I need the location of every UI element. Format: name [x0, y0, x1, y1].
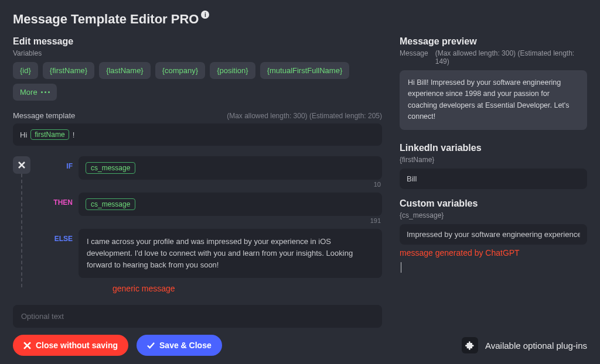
- edit-heading: Edit message: [13, 36, 382, 47]
- preview-text: Hi Bill! Impressed by your software engi…: [400, 70, 587, 130]
- ellipsis-icon: [41, 91, 50, 93]
- close-icon: [18, 162, 25, 169]
- preview-label: Message: [400, 49, 428, 57]
- greeting-prefix: Hi: [20, 131, 27, 139]
- if-keyword: IF: [40, 156, 73, 193]
- else-input[interactable]: I came across your profile and was impre…: [79, 229, 382, 278]
- then-keyword: THEN: [40, 193, 73, 229]
- variables-label: Variables: [13, 49, 382, 57]
- greeting-variable: firstName: [30, 129, 69, 140]
- optional-text-input[interactable]: Optional text: [13, 305, 382, 328]
- chip-position[interactable]: {position}: [210, 62, 255, 79]
- close-button-label: Close without saving: [36, 341, 118, 350]
- if-variable-token: cs_message: [86, 162, 135, 174]
- more-label: More: [20, 88, 38, 97]
- custom-csmessage-input[interactable]: [400, 224, 587, 245]
- linkedin-heading: LinkedIn variables: [400, 143, 587, 153]
- branch-line: [21, 174, 22, 287]
- preview-heading: Message preview: [400, 36, 587, 47]
- template-meta: (Max allowed length: 300) (Estimated len…: [227, 112, 382, 120]
- text-cursor: [401, 262, 401, 273]
- remove-branch-button[interactable]: [13, 156, 30, 174]
- if-count: 10: [79, 181, 381, 188]
- chip-company[interactable]: {company}: [155, 62, 205, 79]
- if-condition-input[interactable]: cs_message: [79, 156, 382, 180]
- linkedin-firstname-input[interactable]: [400, 169, 587, 189]
- chip-lastname[interactable]: {lastName}: [99, 62, 151, 79]
- then-input[interactable]: cs_message: [79, 193, 382, 216]
- template-greeting-input[interactable]: Hi firstName !: [13, 123, 382, 146]
- else-keyword: ELSE: [40, 229, 73, 293]
- close-icon: [23, 342, 31, 349]
- preview-meta: (Max allowed length: 300) (Estimated len…: [435, 49, 587, 66]
- chip-firstname[interactable]: {firstName}: [43, 62, 94, 79]
- save-button-label: Save & Close: [159, 341, 212, 350]
- custom-var-label: {cs_message}: [400, 211, 587, 219]
- chip-more[interactable]: More: [13, 84, 57, 101]
- generic-annotation: generic message: [79, 284, 382, 293]
- chip-mutual[interactable]: {mutualFirstFullName}: [260, 62, 350, 79]
- page-title: Message Template Editor PRO: [13, 12, 199, 27]
- plugins-link[interactable]: Available optional plug-ins: [462, 337, 587, 353]
- custom-heading: Custom variables: [400, 198, 587, 209]
- then-count: 191: [79, 217, 381, 224]
- chip-id[interactable]: {id}: [13, 62, 38, 79]
- variable-chips: {id} {firstName} {lastName} {company} {p…: [13, 62, 382, 101]
- puzzle-icon: [462, 337, 478, 353]
- greeting-suffix: !: [73, 131, 75, 139]
- template-label: Message template: [13, 111, 75, 120]
- footer: Close without saving Save & Close Availa…: [0, 327, 600, 364]
- check-icon: [147, 342, 155, 349]
- linkedin-var-label: {firstName}: [400, 156, 587, 164]
- plugins-label: Available optional plug-ins: [485, 341, 587, 351]
- save-close-button[interactable]: Save & Close: [137, 335, 222, 356]
- then-variable-token: cs_message: [86, 198, 135, 210]
- chatgpt-annotation: message generated by ChatGPT: [400, 248, 587, 257]
- info-icon[interactable]: i: [201, 11, 209, 19]
- close-without-saving-button[interactable]: Close without saving: [13, 335, 128, 356]
